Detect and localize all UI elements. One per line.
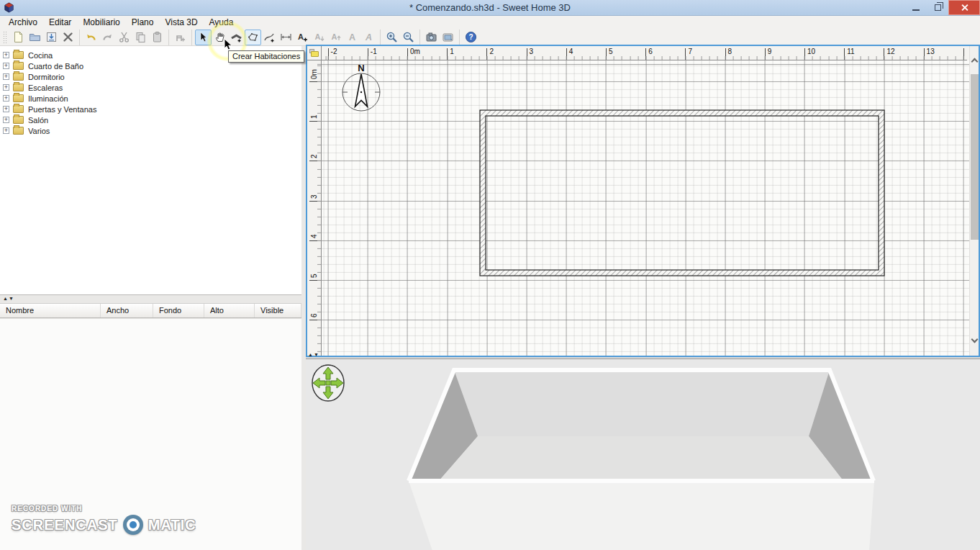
minimize-button[interactable] [905,0,927,15]
plan-canvas[interactable]: N [322,60,969,356]
new-home-button[interactable] [10,30,27,45]
ruler-tick [804,48,805,60]
tree-item[interactable]: +Varios [0,125,301,136]
bold-icon: A [346,31,358,43]
tree-expander-icon[interactable]: + [3,84,9,91]
3d-view[interactable] [306,359,980,550]
zoom-out-button[interactable] [400,30,417,45]
column-header-ancho[interactable]: Ancho [101,304,153,317]
column-header-fondo[interactable]: Fondo [153,304,204,317]
furniture-catalog-tree: +Cocina+Cuarto de Baño+Dormitorio+Escale… [0,46,301,295]
add-furniture-button[interactable] [172,30,189,45]
menu-item-ayuda[interactable]: Ayuda [204,17,240,28]
paste-button[interactable] [149,30,165,45]
cut-button[interactable] [116,30,132,45]
create-dimensions-button[interactable] [278,30,294,45]
column-header-alto[interactable]: Alto [204,304,255,317]
column-header-visible[interactable]: Visible [255,304,301,317]
tree-item[interactable]: +Escaleras [0,82,301,93]
ruler-label: 8 [728,48,732,55]
toolbar-group [380,30,418,45]
tree-expander-icon[interactable]: + [3,117,9,123]
ruler-label: 10 [807,48,815,55]
menu-item-editar[interactable]: Editar [43,17,77,28]
toolbar-drag-handle[interactable] [3,31,6,44]
tree-item-label: Cocina [28,51,53,60]
create-polylines-button[interactable] [261,30,278,45]
italic-icon: A [363,31,375,43]
create-rooms-button[interactable] [245,30,261,45]
folder-icon [13,73,24,81]
increase-text-size-button[interactable]: A [327,30,344,45]
ruler-tick [685,48,686,60]
tree-item[interactable]: +Salón [0,114,301,125]
decrease-text-size-button[interactable]: A [311,30,327,45]
italic-button[interactable]: A [360,30,377,45]
create-video-button[interactable] [440,30,456,45]
ruler-tick [645,48,646,60]
open-icon [29,31,41,43]
ruler-tick [884,48,884,60]
tree-item-label: Varios [28,127,50,135]
tree-expander-icon[interactable]: + [3,73,9,80]
menu-item-archivo[interactable]: Archivo [3,17,43,28]
create-photo-button[interactable] [423,30,440,45]
screencast-o-matic-logo-icon [123,515,143,535]
window-title: * Comenzando.sh3d - Sweet Home 3D [0,2,980,13]
scroll-down-icon[interactable] [971,336,979,343]
cut-icon [118,31,130,43]
redo-button[interactable] [99,30,116,45]
tree-expander-icon[interactable]: + [3,106,9,112]
open-button[interactable] [27,30,43,45]
plan-compass[interactable]: N [342,63,380,111]
plan-3d-splitter[interactable]: ▲▼ [308,352,319,357]
tree-expander-icon[interactable]: + [3,52,9,58]
plan-scrollbar-thumb[interactable] [971,74,979,240]
save-button[interactable] [43,30,60,45]
ruler-tick [309,320,322,320]
plan-view[interactable]: -2-10m12345678910111213 0m123456 N [306,45,980,357]
tree-item-label: Cuarto de Baño [28,62,83,71]
toolbar-group: AAAAA [191,30,378,45]
tree-item[interactable]: +Dormitorio [0,71,301,82]
3d-navigation-control[interactable] [310,364,346,402]
compass-north-label: N [358,63,364,73]
plan-vertical-scrollbar[interactable] [969,46,979,356]
splitter-collapse-icons[interactable]: ▲▼ [3,296,14,301]
tree-expander-icon[interactable]: + [3,95,9,102]
close-button[interactable] [948,0,980,15]
add-texts-icon: A [296,31,309,43]
room-walls[interactable] [480,110,884,276]
menu-item-vista-3d[interactable]: Vista 3D [159,17,203,28]
restore-button[interactable] [927,0,948,15]
undo-button[interactable] [83,30,99,45]
catalog-table-splitter[interactable]: ▲▼ [0,295,301,303]
tree-expander-icon[interactable]: + [3,127,9,134]
help-button[interactable]: ? [463,30,479,45]
sweet-home-3d-window: { "window": { "title": "* Comenzando.sh3… [0,0,980,550]
bold-button[interactable]: A [344,30,360,45]
menu-item-mobiliario[interactable]: Mobiliario [77,17,125,28]
ruler-tick [924,48,925,60]
select-button[interactable] [195,30,212,45]
copy-button[interactable] [132,30,149,45]
ruler-label: 0m [410,48,420,55]
toolbar-group [79,30,167,45]
tree-item[interactable]: +Iluminación [0,93,301,104]
column-header-nombre[interactable]: Nombre [0,304,101,317]
ruler-label: -2 [331,48,337,55]
ruler-tick [309,81,322,82]
tree-item[interactable]: +Puertas y Ventanas [0,104,301,114]
preferences-button[interactable] [60,30,76,45]
ruler-tick [309,161,322,161]
svg-text:A: A [365,32,372,42]
add-texts-button[interactable]: A [294,30,311,45]
scroll-up-icon[interactable] [971,58,979,66]
ruler-tick [309,240,322,241]
copy-icon [135,31,147,43]
tree-expander-icon[interactable]: + [3,63,9,69]
zoom-in-button[interactable] [384,30,400,45]
paste-icon [151,31,163,43]
menu-item-plano[interactable]: Plano [126,17,160,28]
ruler-tick [447,48,448,60]
